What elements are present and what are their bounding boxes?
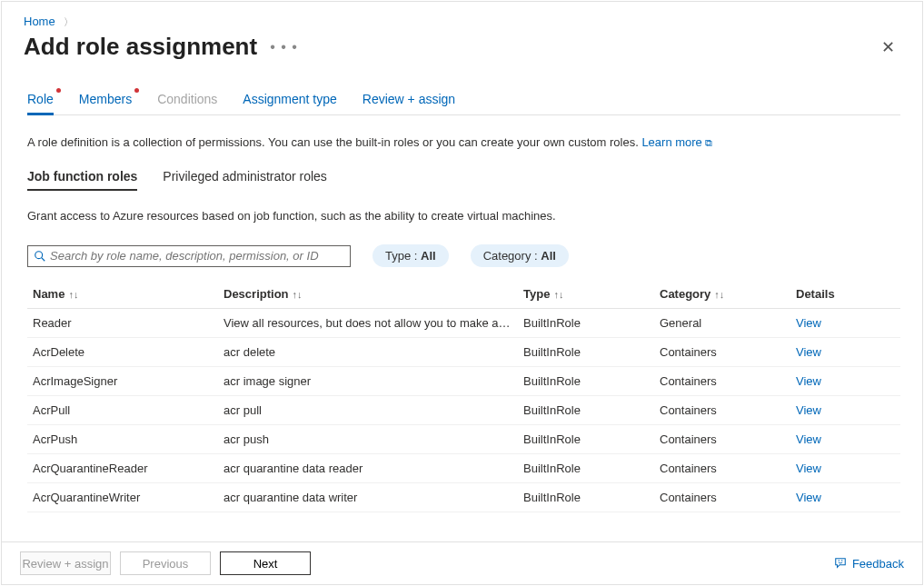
cell-description: acr delete	[218, 338, 518, 367]
filter-type-label: Type :	[385, 249, 421, 263]
tab-members[interactable]: Members	[79, 86, 132, 115]
tab-role[interactable]: Role	[27, 86, 54, 115]
table-row[interactable]: AcrDeleteacr deleteBuiltInRoleContainers…	[27, 338, 900, 367]
feedback-label: Feedback	[852, 557, 904, 571]
cell-description: acr image signer	[218, 367, 518, 396]
table-row[interactable]: ReaderView all resources, but does not a…	[27, 309, 900, 338]
feedback-link[interactable]: Feedback	[834, 557, 904, 571]
tab-review-assign-label: Review + assign	[363, 92, 455, 106]
svg-point-2	[838, 560, 839, 561]
external-link-icon: ⧉	[705, 137, 712, 148]
chevron-right-icon: 〉	[64, 16, 74, 27]
cell-type: BuiltInRole	[518, 309, 654, 338]
cell-description: acr push	[218, 425, 518, 454]
table-row[interactable]: AcrPullacr pullBuiltInRoleContainersView	[27, 396, 900, 425]
tab-review-assign[interactable]: Review + assign	[363, 86, 455, 115]
sort-icon[interactable]: ↑↓	[68, 289, 78, 300]
page-title: Add role assignment	[24, 33, 257, 61]
col-header-type[interactable]: Type↑↓	[518, 280, 654, 309]
view-link[interactable]: View	[796, 462, 821, 475]
search-input-wrapper[interactable]	[27, 245, 351, 267]
search-icon	[34, 250, 46, 263]
learn-more-link[interactable]: Learn more⧉	[641, 135, 711, 149]
learn-more-label: Learn more	[641, 135, 701, 149]
tab-conditions-label: Conditions	[157, 92, 217, 106]
cell-name: AcrImageSigner	[27, 367, 218, 396]
more-actions-icon[interactable]: • • •	[270, 39, 298, 55]
subtab-privileged-admin[interactable]: Privileged administrator roles	[163, 169, 327, 191]
col-header-name-label: Name	[33, 287, 65, 301]
feedback-icon	[834, 557, 847, 570]
table-row[interactable]: AcrPushacr pushBuiltInRoleContainersView	[27, 425, 900, 454]
subtab-description: Grant access to Azure resources based on…	[27, 209, 900, 223]
cell-category: General	[654, 309, 790, 338]
search-input[interactable]	[50, 246, 346, 266]
cell-name: AcrQuarantineWriter	[27, 483, 218, 512]
table-row[interactable]: AcrQuarantineWriteracr quarantine data w…	[27, 483, 900, 512]
col-header-type-label: Type	[523, 287, 550, 301]
filter-category-value: All	[541, 249, 556, 263]
sort-icon[interactable]: ↑↓	[293, 289, 303, 300]
cell-type: BuiltInRole	[518, 367, 654, 396]
cell-category: Containers	[654, 483, 790, 512]
footer-bar: Review + assign Previous Next Feedback	[2, 541, 922, 584]
col-header-description[interactable]: Description↑↓	[218, 280, 518, 309]
cell-category: Containers	[654, 425, 790, 454]
view-link[interactable]: View	[796, 432, 821, 446]
cell-type: BuiltInRole	[518, 425, 654, 454]
cell-name: AcrDelete	[27, 338, 218, 367]
filter-type-value: All	[421, 249, 436, 263]
next-button[interactable]: Next	[220, 551, 311, 575]
table-row[interactable]: AcrImageSigneracr image signerBuiltInRol…	[27, 367, 900, 396]
subtab-job-function[interactable]: Job function roles	[27, 169, 137, 191]
filter-pill-type[interactable]: Type : All	[373, 244, 449, 267]
cell-category: Containers	[654, 338, 790, 367]
svg-point-3	[841, 560, 842, 561]
roles-table: Name↑↓ Description↑↓ Type↑↓ Category↑↓ D…	[27, 280, 900, 512]
cell-category: Containers	[654, 396, 790, 425]
svg-line-1	[42, 257, 45, 261]
tab-role-label: Role	[27, 92, 54, 106]
view-link[interactable]: View	[796, 403, 821, 417]
col-header-category-label: Category	[660, 287, 710, 301]
view-link[interactable]: View	[796, 374, 821, 388]
cell-category: Containers	[654, 367, 790, 396]
view-link[interactable]: View	[796, 491, 821, 504]
cell-description: View all resources, but does not allow y…	[218, 309, 518, 338]
cell-name: Reader	[27, 309, 218, 338]
cell-description: acr pull	[218, 396, 518, 425]
required-dot-icon	[134, 88, 139, 93]
close-icon[interactable]: ✕	[881, 37, 900, 57]
cell-type: BuiltInRole	[518, 454, 654, 483]
tab-members-label: Members	[79, 92, 132, 106]
previous-button: Previous	[120, 551, 211, 575]
tab-assignment-type[interactable]: Assignment type	[243, 86, 337, 115]
col-header-description-label: Description	[224, 287, 289, 301]
cell-type: BuiltInRole	[518, 338, 654, 367]
col-header-name[interactable]: Name↑↓	[27, 280, 218, 309]
view-link[interactable]: View	[796, 345, 821, 359]
cell-description: acr quarantine data reader	[218, 454, 518, 483]
view-link[interactable]: View	[796, 316, 821, 330]
filter-pill-category[interactable]: Category : All	[471, 244, 569, 267]
svg-point-0	[35, 251, 43, 258]
cell-category: Containers	[654, 454, 790, 483]
intro-text: A role definition is a collection of per…	[27, 135, 900, 149]
filter-category-label: Category :	[483, 249, 541, 263]
cell-type: BuiltInRole	[518, 483, 654, 512]
sort-icon[interactable]: ↑↓	[714, 289, 724, 300]
role-category-tabs: Job function roles Privileged administra…	[27, 169, 900, 191]
breadcrumb: Home 〉	[2, 2, 922, 29]
cell-name: AcrQuarantineReader	[27, 454, 218, 483]
required-dot-icon	[56, 88, 61, 93]
col-header-category[interactable]: Category↑↓	[654, 280, 790, 309]
breadcrumb-home[interactable]: Home	[24, 15, 55, 28]
tab-assignment-type-label: Assignment type	[243, 92, 337, 106]
sort-icon[interactable]: ↑↓	[553, 289, 563, 300]
col-header-details: Details	[790, 280, 900, 309]
wizard-tabs: Role Members Conditions Assignment type …	[27, 77, 900, 115]
tab-conditions: Conditions	[157, 86, 217, 115]
table-row[interactable]: AcrQuarantineReaderacr quarantine data r…	[27, 454, 900, 483]
cell-description: acr quarantine data writer	[218, 483, 518, 512]
cell-name: AcrPush	[27, 425, 218, 454]
